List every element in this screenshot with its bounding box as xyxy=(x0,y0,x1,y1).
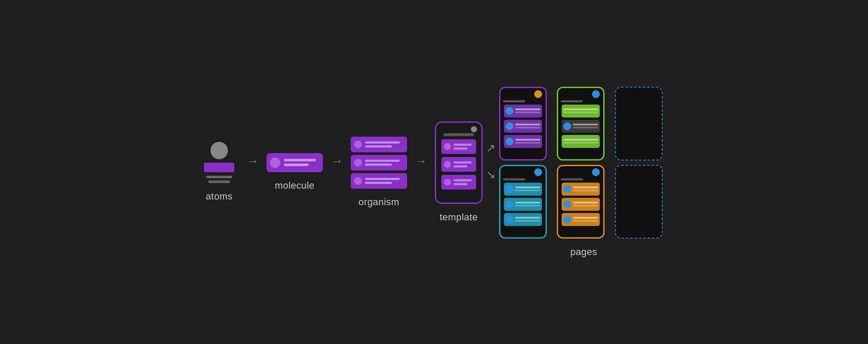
template-row-lines-2 xyxy=(454,161,474,167)
phone-row-avatar-c2 xyxy=(506,200,513,208)
phone-row-green-1 xyxy=(562,105,600,118)
phone-row-lines-o1 xyxy=(573,187,598,191)
atom-line-1 xyxy=(206,176,232,178)
phone-row-line-o1b xyxy=(573,190,598,191)
template-row-2 xyxy=(441,157,477,172)
template-row-circle-2 xyxy=(444,161,451,168)
atomic-design-diagram: atoms → molecule → xyxy=(200,87,668,258)
template-row-circle-3 xyxy=(444,179,451,186)
mol-line-2 xyxy=(284,164,309,166)
phone-row-line-g1b xyxy=(563,111,598,113)
phone-row-orange-3 xyxy=(562,213,600,226)
phone-top-line-cyan xyxy=(503,178,525,180)
page-phone-blue-top xyxy=(615,87,663,161)
phone-row-cyan-3 xyxy=(504,213,542,226)
phone-row-line-g1a xyxy=(563,108,598,110)
phone-row-avatar-o3 xyxy=(563,216,571,223)
phone-row-line-p2a xyxy=(515,124,540,125)
template-header-line xyxy=(444,133,474,136)
phone-row-avatar-g2 xyxy=(563,122,571,130)
phone-row-green-2 xyxy=(562,120,600,133)
org-line-2b xyxy=(365,164,392,166)
organism-step: organism xyxy=(351,137,407,208)
phone-row-lines-o2 xyxy=(573,202,598,206)
org-line-2a xyxy=(365,160,400,162)
phone-row-line-p1b xyxy=(515,111,540,113)
diag-arrow-down: ↘ xyxy=(486,168,496,181)
phone-row-avatar-o1 xyxy=(563,185,571,193)
phone-row-lines-p1 xyxy=(515,108,540,113)
phone-row-avatar-o2 xyxy=(563,200,571,208)
org-circle-2 xyxy=(354,159,362,167)
phone-top-line-orange xyxy=(561,178,583,180)
org-circle-3 xyxy=(354,177,362,185)
phone-row-lines-g3 xyxy=(563,139,598,144)
org-line-1a xyxy=(365,141,400,144)
molecule-step: molecule xyxy=(266,153,323,191)
phone-row-lines-p3 xyxy=(515,139,540,144)
mol-lines xyxy=(284,159,319,166)
tmpl-line-3b xyxy=(454,183,468,185)
phone-row-purple-2 xyxy=(504,120,542,133)
phone-row-orange-2 xyxy=(562,198,600,211)
phone-row-avatar-c1 xyxy=(506,185,513,193)
phone-row-line-o2b xyxy=(573,205,598,206)
page-phone-green xyxy=(557,87,605,161)
phone-row-purple-3 xyxy=(504,135,542,148)
org-lines-2 xyxy=(365,160,404,166)
pages-container xyxy=(499,87,668,239)
atom-lines xyxy=(206,176,232,183)
atoms-step: atoms xyxy=(200,142,239,202)
page-phone-purple xyxy=(499,87,547,161)
phone-row-lines-c1 xyxy=(515,187,540,191)
phone-top-line-purple xyxy=(503,100,525,102)
phone-row-line-o2a xyxy=(573,202,598,203)
template-label: template xyxy=(440,212,478,223)
page-phone-cyan xyxy=(499,165,547,239)
phone-row-line-c2a xyxy=(515,202,540,203)
phone-row-line-o3a xyxy=(573,217,598,219)
diag-arrow-up: ↗ xyxy=(486,141,496,155)
phone-row-lines-c3 xyxy=(515,217,540,222)
phone-row-cyan-1 xyxy=(504,183,542,196)
tmpl-line-3a xyxy=(454,179,472,181)
org-row-2 xyxy=(351,155,407,170)
template-row-1 xyxy=(441,139,477,154)
phone-row-line-c3b xyxy=(515,220,540,222)
organism-label: organism xyxy=(358,197,399,208)
atoms-label: atoms xyxy=(206,191,233,202)
pages-arrows: ↗ ↘ xyxy=(486,141,496,181)
phone-avatar-purple xyxy=(534,90,542,98)
phone-row-orange-1 xyxy=(562,183,600,196)
phone-row-line-p1a xyxy=(515,108,540,110)
template-row-3 xyxy=(441,175,477,190)
phone-row-line-o1a xyxy=(573,187,598,188)
org-row-1 xyxy=(351,137,407,152)
page-phone-blue-bottom xyxy=(615,165,663,239)
organism-visual xyxy=(351,137,407,189)
template-step: template xyxy=(435,121,483,223)
phone-row-lines-p2 xyxy=(515,124,540,128)
tmpl-line-1a xyxy=(454,144,472,146)
phone-row-line-p3b xyxy=(515,142,540,144)
atoms-visual xyxy=(200,142,239,183)
phone-row-cyan-2 xyxy=(504,198,542,211)
phone-row-line-g2b xyxy=(573,127,598,128)
tmpl-line-2b xyxy=(454,165,468,167)
org-line-1b xyxy=(365,145,392,147)
phone-row-line-c1a xyxy=(515,187,540,188)
molecule-label: molecule xyxy=(275,180,315,191)
phone-row-lines-g2 xyxy=(573,124,598,128)
tmpl-line-1b xyxy=(454,147,468,150)
phone-row-lines-c2 xyxy=(515,202,540,206)
phone-row-line-p2b xyxy=(515,127,540,128)
org-line-3a xyxy=(365,178,400,180)
org-line-3b xyxy=(365,182,392,184)
pages-step: pages xyxy=(499,87,668,258)
phone-top-line-green xyxy=(561,100,583,102)
template-row-circle-1 xyxy=(444,143,451,150)
org-lines-1 xyxy=(365,141,404,147)
phone-row-avatar-p1 xyxy=(506,107,513,115)
template-dot xyxy=(471,126,477,132)
template-visual xyxy=(435,121,483,204)
